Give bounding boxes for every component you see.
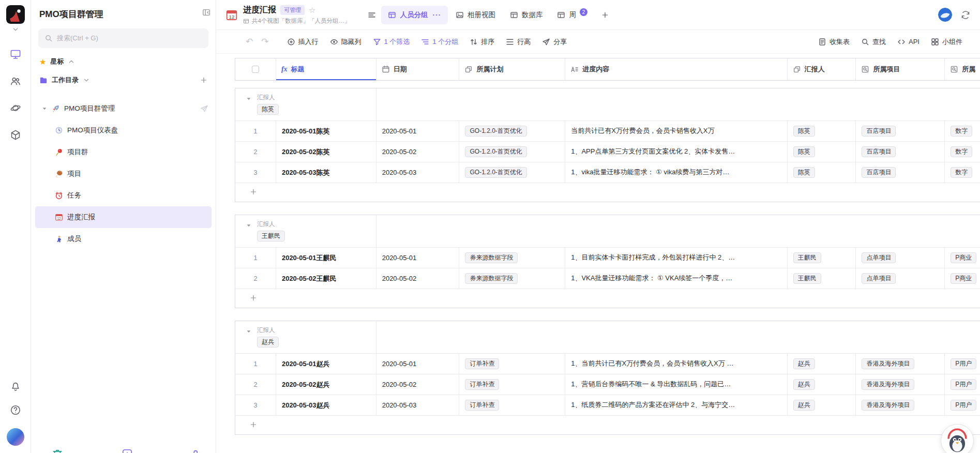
trash-icon[interactable] (52, 448, 63, 453)
add-view-icon[interactable] (601, 11, 609, 19)
sidebar-item-project-group[interactable]: 项目群 (31, 141, 216, 163)
cell-reporter[interactable]: 赵兵 (788, 374, 856, 395)
cell-row-number[interactable]: 3 (235, 395, 276, 415)
cell-row-number[interactable]: 2 (235, 374, 276, 395)
group-header-cell[interactable]: 汇报人陈英 (235, 88, 376, 120)
cell-plan[interactable]: 券来源数据字段 (459, 248, 565, 268)
add-record-row[interactable] (235, 183, 980, 202)
find-button[interactable]: 查找 (856, 34, 891, 50)
cell-reporter[interactable]: 王麒民 (788, 248, 856, 268)
redo-button[interactable]: ↷ (258, 36, 272, 47)
user-avatar[interactable] (7, 428, 24, 446)
column-header-content[interactable]: 进度内容 (565, 58, 787, 80)
widget-center-icon[interactable] (10, 129, 21, 141)
star-outline-icon[interactable]: ☆ (309, 6, 315, 14)
cell-content[interactable]: 1、纸质券二维码的产品方案还在评估中 2、与海宁交… (565, 395, 787, 415)
cell-project-group[interactable]: 数字 (945, 142, 980, 162)
collapse-group-icon[interactable] (246, 328, 252, 335)
cell-row-number[interactable]: 2 (235, 268, 276, 289)
column-header-title[interactable]: fx标题 (276, 58, 376, 80)
sort-button[interactable]: 排序 (464, 34, 500, 50)
cell-project[interactable]: 香港及海外项目 (856, 395, 945, 415)
cell-date[interactable]: 2020-05-03 (376, 395, 460, 415)
cell-project-group[interactable]: P用户 (945, 395, 980, 415)
row-height-button[interactable]: 行高 (501, 34, 536, 50)
contacts-icon[interactable] (10, 76, 21, 87)
group-header-cell[interactable]: 汇报人赵兵 (235, 321, 376, 353)
cell-content[interactable]: 1、APP点单第三方支付页面文案优化 2、实体卡发售… (565, 142, 787, 162)
cell-project-group[interactable]: P商业 (945, 268, 980, 289)
group-header-cell[interactable]: 汇报人王麒民 (235, 215, 376, 247)
cell-date[interactable]: 2020-05-02 (376, 268, 460, 289)
cell-project[interactable]: 百店项目 (856, 121, 945, 141)
sidebar-item-member[interactable]: 成员 (31, 228, 216, 250)
cell-title[interactable]: 2020-05-02赵兵 (276, 374, 376, 395)
hide-fields-button[interactable]: 隐藏列 (325, 34, 367, 50)
app-logo[interactable] (6, 5, 25, 24)
sidebar-item-project[interactable]: 项目 (31, 163, 216, 185)
invite-member-icon[interactable] (191, 448, 202, 453)
api-button[interactable]: API (892, 35, 925, 49)
view-list-icon[interactable] (368, 11, 376, 19)
cell-project[interactable]: 点单项目 (856, 268, 945, 289)
cell-title[interactable]: 2020-05-01王麒民 (276, 248, 376, 268)
directory-section-toggle[interactable]: 工作目录 (31, 71, 216, 89)
cell-content[interactable]: 1、vika批量迁移功能需求： ① vika续费与第三方对… (565, 162, 787, 183)
sidebar-item-task[interactable]: 任务 (31, 185, 216, 206)
add-node-icon[interactable] (200, 77, 207, 84)
column-header-reporter[interactable]: 汇报人 (788, 58, 856, 80)
cell-project-group[interactable]: P商业 (945, 248, 980, 268)
cell-row-number[interactable]: 3 (235, 162, 276, 183)
cell-date[interactable]: 2020-05-02 (376, 374, 460, 395)
cell-reporter[interactable]: 陈英 (788, 142, 856, 162)
collaborator-avatar[interactable] (938, 8, 952, 22)
view-tab-3[interactable]: 数据库 (503, 6, 550, 24)
triangle-down-icon[interactable] (41, 105, 48, 112)
cell-project-group[interactable]: P用户 (945, 374, 980, 395)
view-tab-4[interactable]: 周2 (550, 6, 594, 24)
cell-row-number[interactable]: 2 (235, 142, 276, 162)
starred-section-toggle[interactable]: ★ 星标 (31, 52, 216, 71)
add-record-row[interactable] (235, 289, 980, 308)
cell-title[interactable]: 2020-05-01赵兵 (276, 354, 376, 374)
filter-button[interactable]: 1 个筛选 (368, 34, 415, 50)
explore-icon[interactable] (10, 102, 21, 114)
cell-reporter[interactable]: 赵兵 (788, 395, 856, 415)
form-button[interactable]: 收集表 (813, 34, 855, 50)
cell-date[interactable]: 2020-05-02 (376, 142, 460, 162)
cell-reporter[interactable]: 王麒民 (788, 268, 856, 289)
cell-content[interactable]: 1、当前共计已有X万付费会员，会员卡销售收入X万 … (565, 354, 787, 374)
cell-project-group[interactable]: 数字 (945, 162, 980, 183)
cell-title[interactable]: 2020-05-02陈英 (276, 142, 376, 162)
cell-plan[interactable]: GO-1.2.0-首页优化 (459, 162, 565, 183)
cell-reporter[interactable]: 陈英 (788, 121, 856, 141)
cell-date[interactable]: 2020-05-01 (376, 121, 460, 141)
column-header-plan[interactable]: 所属计划 (459, 58, 565, 80)
view-tab-2[interactable]: 相册视图 (449, 6, 502, 24)
help-icon[interactable] (10, 404, 21, 416)
send-icon[interactable] (200, 104, 208, 113)
cell-plan[interactable]: 券来源数据字段 (459, 268, 565, 289)
cell-project-group[interactable]: P用户 (945, 354, 980, 374)
insert-row-button[interactable]: 插入行 (282, 34, 324, 50)
column-header-project-group[interactable]: 所属 (945, 58, 980, 80)
sync-icon[interactable] (960, 10, 971, 20)
group-button[interactable]: 1 个分组 (416, 34, 463, 50)
collapse-sidebar-icon[interactable] (202, 8, 210, 17)
cell-content[interactable]: 1、营销后台券编码不唯一 & 导出数据乱码，问题已… (565, 374, 787, 395)
cell-content[interactable]: 当前共计已有X万付费会员，会员卡销售收入X万 (565, 121, 787, 141)
cell-reporter[interactable]: 赵兵 (788, 354, 856, 374)
cell-title[interactable]: 2020-05-01陈英 (276, 121, 376, 141)
cell-content[interactable]: 1、VKA批量迁移功能需求： ① VKA续签一个季度，… (565, 268, 787, 289)
cell-row-number[interactable]: 1 (235, 248, 276, 268)
cell-date[interactable]: 2020-05-01 (376, 354, 460, 374)
cell-plan[interactable]: 订单补查 (459, 395, 565, 415)
cell-reporter[interactable]: 陈英 (788, 162, 856, 183)
cell-content[interactable]: 1、目前实体卡卡面打样完成，外包装打样进行中 2、… (565, 248, 787, 268)
cell-plan[interactable]: GO-1.2.0-首页优化 (459, 121, 565, 141)
cell-project-group[interactable]: 数字 (945, 121, 980, 141)
cell-row-number[interactable]: 1 (235, 121, 276, 141)
chevron-down-icon[interactable] (12, 26, 19, 33)
cell-project[interactable]: 香港及海外项目 (856, 354, 945, 374)
widget-button[interactable]: 小组件 (926, 34, 968, 50)
